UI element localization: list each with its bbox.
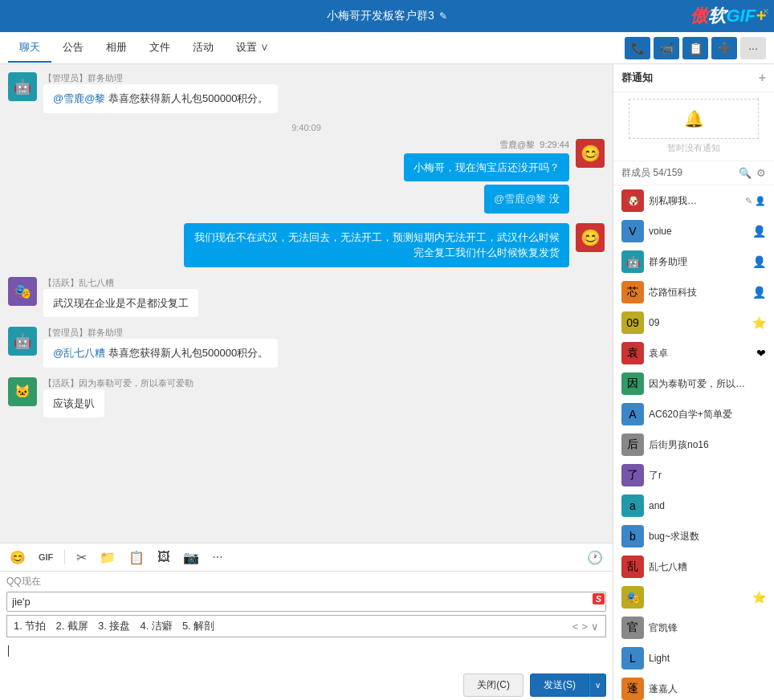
- send-button[interactable]: 发送(S): [530, 674, 589, 697]
- role-label-system2: 【管理员】群务助理: [43, 327, 278, 339]
- avatar-left2: 🐱: [8, 377, 37, 406]
- list-item[interactable]: 袁 袁卓 ❤: [613, 338, 774, 368]
- image-button[interactable]: 🖼: [154, 548, 173, 566]
- more-tools-button[interactable]: ···: [209, 548, 226, 566]
- member-avatar: 09: [621, 311, 644, 334]
- nav-chat[interactable]: 聊天: [8, 34, 51, 63]
- nav-file[interactable]: 文件: [138, 34, 181, 63]
- msg-content-left2: 【活跃】因为泰勒可爱，所以泰可爱勒 应该是叭: [43, 377, 194, 418]
- expand-cand[interactable]: ∨: [591, 621, 599, 633]
- screen-button[interactable]: 📋: [682, 37, 708, 59]
- list-item[interactable]: V voiue 👤: [613, 216, 774, 246]
- member-name: 因为泰勒可爱，所以…: [649, 377, 766, 391]
- more-button[interactable]: ···: [740, 37, 766, 59]
- list-item[interactable]: 蓬 蓬嘉人: [613, 674, 774, 700]
- phone-button[interactable]: 📞: [625, 37, 650, 59]
- list-item[interactable]: a and: [613, 490, 774, 521]
- list-item[interactable]: L Light: [613, 643, 774, 674]
- member-name: Light: [649, 653, 766, 664]
- notice-box: 🔔: [629, 99, 759, 139]
- nav-bar: 聊天 公告 相册 文件 活动 设置 ∨ 📞 📹 📋 ➕ ···: [0, 32, 774, 64]
- next-cand[interactable]: >: [581, 621, 588, 633]
- folder-button[interactable]: 📁: [96, 548, 119, 567]
- ime-nav: < > ∨: [572, 621, 599, 633]
- notice-area: 🔔 暂时没有通知: [613, 92, 774, 161]
- send-dropdown-button[interactable]: ∨: [589, 674, 606, 697]
- list-item[interactable]: 后 后街男孩no16: [613, 429, 774, 460]
- emoji-button[interactable]: 😊: [6, 548, 29, 567]
- bubble-system2: @乱七八糟 恭喜您获得新人礼包500000积分。: [43, 339, 278, 368]
- add-button[interactable]: ➕: [711, 37, 737, 59]
- cut-button[interactable]: ✂: [73, 548, 90, 567]
- cand-3[interactable]: 3. 接盘: [98, 619, 130, 633]
- sidebar: 群通知 + 🔔 暂时没有通知 群成员 54/159 🔍 ⚙ 🐶 别私聊我… ✎ …: [613, 64, 774, 700]
- messages-container[interactable]: 🤖 【管理员】群务助理 @雪鹿@黎 恭喜您获得新人礼包500000积分。 × 9…: [0, 64, 613, 543]
- member-badge: 👤: [752, 255, 766, 268]
- member-avatar: 后: [621, 433, 644, 456]
- close-button[interactable]: 关闭(C): [463, 674, 523, 697]
- msg-content: 【管理员】群务助理 @雪鹿@黎 恭喜您获得新人礼包500000积分。: [43, 72, 278, 113]
- list-item[interactable]: 🐶 别私聊我… ✎ 👤: [613, 185, 774, 216]
- nav-album[interactable]: 相册: [95, 34, 138, 63]
- input-label: QQ现在: [0, 572, 613, 588]
- list-item[interactable]: 芯 芯路恒科技 👤: [613, 277, 774, 307]
- members-count: 群成员 54/159: [621, 166, 682, 180]
- input-bottom: 关闭(C) 发送(S) ∨: [0, 670, 613, 700]
- member-name: 袁卓: [649, 347, 752, 360]
- notice-add-icon[interactable]: +: [759, 71, 766, 85]
- list-item[interactable]: 乱 乱七八糟: [613, 551, 774, 582]
- mention-system2: @乱七八糟: [53, 347, 105, 359]
- msg-row-left2: 🐱 【活跃】因为泰勒可爱，所以泰可爱勒 应该是叭: [8, 377, 605, 418]
- cand-1[interactable]: 1. 节拍: [14, 619, 46, 633]
- member-name: 后街男孩no16: [649, 438, 766, 452]
- search-members-icon[interactable]: 🔍: [739, 167, 752, 179]
- cand-5[interactable]: 5. 解剖: [182, 619, 214, 633]
- list-item[interactable]: 了 了r: [613, 460, 774, 490]
- sidebar-notice-header: 群通知 +: [613, 64, 774, 92]
- logo: 傲软GIF+: [690, 4, 766, 28]
- time-button[interactable]: 🕐: [584, 548, 606, 567]
- nav-action-buttons: 📞 📹 📋 ➕ ···: [625, 37, 766, 59]
- msg-row-system2: 🤖 【管理员】群务助理 @乱七八糟 恭喜您获得新人礼包500000积分。: [8, 327, 605, 368]
- nav-settings[interactable]: 设置 ∨: [225, 34, 280, 63]
- member-settings-icon[interactable]: ⚙: [756, 167, 766, 179]
- ime-candidates: 1. 节拍 2. 截屏 3. 接盘 4. 洁癖 5. 解剖 < > ∨: [6, 615, 606, 637]
- list-item[interactable]: b bug~求退数: [613, 521, 774, 551]
- role-label-left2: 【活跃】因为泰勒可爱，所以泰可爱勒: [43, 377, 194, 389]
- notice-box-icon: 🔔: [684, 109, 704, 128]
- prev-cand[interactable]: <: [572, 621, 579, 633]
- input-wrapper: S: [6, 592, 606, 612]
- member-avatar: 了: [621, 464, 644, 486]
- edit-icon[interactable]: ✎: [439, 10, 447, 22]
- member-name: voiue: [649, 226, 748, 237]
- capture-button[interactable]: 📷: [180, 548, 202, 567]
- bubble-long: 我们现在不在武汉，无法回去，无法开工，预测短期内无法开工，武汉什么时候完全复工我…: [184, 223, 569, 267]
- list-item[interactable]: 🎭 ⭐: [613, 582, 774, 612]
- nav-activity[interactable]: 活动: [181, 34, 225, 63]
- msg-content-system2: 【管理员】群务助理 @乱七八糟 恭喜您获得新人礼包500000积分。: [43, 327, 278, 368]
- cand-2[interactable]: 2. 截屏: [55, 619, 88, 633]
- list-item[interactable]: 官 官凯锋: [613, 612, 774, 643]
- text-input[interactable]: [6, 592, 606, 612]
- members-header: 群成员 54/159 🔍 ⚙: [613, 161, 774, 185]
- avatar-right-long: 😊: [576, 223, 605, 252]
- video-button[interactable]: 📹: [654, 37, 679, 59]
- list-item[interactable]: 🤖 群务助理 👤: [613, 246, 774, 277]
- list-item[interactable]: 09 09 ⭐: [613, 307, 774, 338]
- list-item[interactable]: A AC620自学+简单爱: [613, 399, 774, 429]
- member-list[interactable]: 🐶 别私聊我… ✎ 👤 V voiue 👤 🤖 群务助理 👤 芯 芯路恒科技 👤…: [613, 185, 774, 700]
- cand-4[interactable]: 4. 洁癖: [140, 619, 172, 633]
- member-name: 乱七八糟: [649, 560, 766, 574]
- cursor-area: [0, 641, 613, 657]
- clipboard-button[interactable]: 📋: [125, 548, 148, 567]
- list-item[interactable]: 因 因为泰勒可爱，所以…: [613, 368, 774, 399]
- gif-button[interactable]: GIF: [35, 551, 56, 564]
- member-avatar: 袁: [621, 342, 644, 364]
- bubble-left2: 应该是叭: [43, 389, 104, 418]
- chat-area: 🤖 【管理员】群务助理 @雪鹿@黎 恭喜您获得新人礼包500000积分。 × 9…: [0, 64, 613, 700]
- member-avatar: 因: [621, 372, 644, 395]
- nav-notice[interactable]: 公告: [51, 34, 95, 63]
- member-name: bug~求退数: [649, 530, 766, 543]
- send-group: 发送(S) ∨: [530, 674, 606, 697]
- member-name: 蓬嘉人: [649, 682, 766, 696]
